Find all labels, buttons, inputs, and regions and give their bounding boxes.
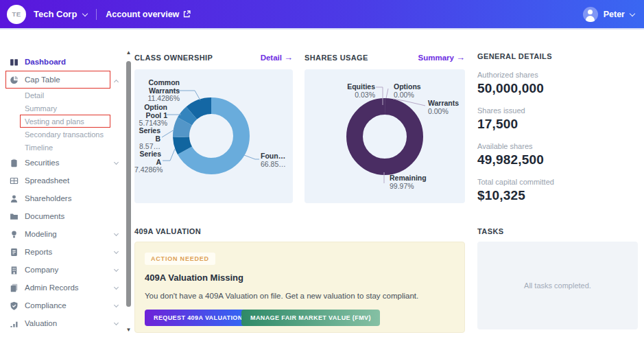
scroll-down-arrow-icon[interactable]: ▼: [126, 327, 132, 333]
chevron-down-icon: [115, 230, 118, 238]
field-value: 17,500: [477, 117, 638, 132]
shield-icon: [10, 301, 19, 310]
sidebar-item-label: Admin Records: [25, 283, 79, 292]
sidebar-item-label: Securities: [25, 159, 60, 167]
chevron-down-icon: [115, 248, 118, 256]
scroll-up-arrow-icon[interactable]: ▲: [126, 50, 132, 56]
detail-link-label: Detail: [261, 54, 282, 62]
pie-chart-icon: [10, 75, 19, 84]
donut-label-series-b: Series B 8.57…: [134, 127, 160, 151]
class-ownership-card: Common Warrants 11.4286% Option Pool 1 5…: [134, 69, 293, 203]
donut-label-options: Options 0.00%: [394, 83, 435, 99]
sidebar-item-modeling[interactable]: Modeling: [0, 225, 123, 243]
class-ownership-title: CLASS OWNERSHIP: [134, 54, 213, 62]
user-avatar[interactable]: [583, 7, 598, 22]
field-available-shares: Available shares 49,982,500: [477, 142, 638, 167]
tasks-header: TASKS: [477, 227, 638, 235]
sidebar-item-timeline[interactable]: Timeline: [0, 141, 123, 154]
sidebar-item-label: Shareholders: [25, 194, 71, 202]
arrow-right-icon: →: [284, 52, 293, 62]
sidebar-nav: DashboardCap TableDetailSummaryVesting a…: [0, 30, 123, 337]
shares-usage-card: Equities 0.03% Options 0.00% Warrants 0.…: [305, 69, 465, 203]
account-overview-link[interactable]: Account overview: [106, 10, 191, 19]
sidebar-item-label: Cap Table: [25, 75, 60, 84]
sidebar-item-label: Documents: [25, 212, 64, 220]
account-overview-label: Account overview: [106, 10, 179, 19]
sidebar-item-summary[interactable]: Summary: [0, 102, 123, 115]
company-name[interactable]: Tech Corp: [34, 9, 77, 19]
general-details-header: GENERAL DETAILS: [477, 52, 638, 60]
tasks-title: TASKS: [477, 227, 503, 235]
valuation-409a-card: ACTION NEEDED 409A Valuation Missing You…: [134, 242, 465, 333]
tasks-empty-message: All tasks completed.: [524, 281, 591, 290]
sidebar-item-label: Timeline: [25, 143, 53, 152]
chevron-down-icon: [115, 301, 118, 310]
field-label: Total capital committed: [477, 178, 638, 186]
sidebar-item-label: Summary: [25, 104, 57, 113]
field-authorized-shares: Authorized shares 50,000,000: [477, 71, 638, 96]
summary-link-label: Summary: [418, 54, 454, 62]
sidebar-item-valuation[interactable]: Valuation: [0, 314, 123, 332]
sidebar-item-dashboard[interactable]: Dashboard: [0, 53, 123, 71]
chevron-down-icon[interactable]: [82, 10, 88, 16]
donut-label-equities: Equities 0.03%: [318, 83, 375, 99]
donut-label-series-a: Series A 7.4286%: [134, 150, 161, 174]
sidebar-item-company[interactable]: Company: [0, 261, 123, 279]
sidebar-item-secondary-transactions[interactable]: Secondary transactions: [0, 128, 123, 141]
valuation-409a-title: 409A VALUATION: [134, 227, 201, 235]
sidebar-item-label: Dashboard: [25, 58, 66, 66]
chevron-up-icon: [115, 75, 118, 84]
donut-label-warrants: Warrants 0.00%: [428, 100, 469, 115]
chevron-down-icon[interactable]: [630, 10, 635, 16]
building-icon: [10, 266, 19, 275]
donut-label-founders: Foun… 66.85…: [261, 152, 291, 168]
sidebar-item-securities[interactable]: Securities: [0, 154, 123, 172]
sidebar-item-label: Secondary transactions: [25, 130, 104, 139]
top-navbar: TE Tech Corp Account overview Peter: [0, 0, 644, 30]
sidebar-item-reports[interactable]: Reports: [0, 243, 123, 261]
external-link-icon: [183, 10, 191, 18]
donut-label-remaining: Remaining 99.97%: [390, 174, 438, 190]
detail-link[interactable]: Detail →: [261, 52, 293, 62]
scrollbar-thumb[interactable]: [126, 61, 131, 307]
valuation-missing-heading: 409A Valuation Missing: [145, 272, 243, 283]
sidebar-item-documents[interactable]: Documents: [0, 207, 123, 225]
arrow-right-icon: →: [456, 52, 465, 62]
dashboard-icon: [10, 58, 19, 67]
field-label: Available shares: [477, 142, 638, 150]
sidebar-item-label: Company: [25, 266, 58, 274]
sidebar-item-label: Valuation: [25, 319, 57, 327]
chevron-down-icon: [115, 283, 118, 292]
sidebar-item-admin-records[interactable]: Admin Records: [0, 279, 123, 297]
sidebar-item-compliance[interactable]: Compliance: [0, 297, 123, 314]
sidebar-item-label: Vesting and plans: [25, 117, 84, 126]
sidebar-item-detail[interactable]: Detail: [0, 89, 123, 102]
chevron-down-icon: [115, 266, 118, 274]
sidebar-item-spreadsheet[interactable]: Spreadsheet: [0, 172, 123, 189]
chevron-down-icon: [115, 159, 118, 167]
field-value: $10,325: [477, 188, 638, 203]
field-label: Authorized shares: [477, 71, 638, 79]
field-label: Shares issued: [477, 106, 638, 115]
donut-label-common-warrants: Common Warrants 11.4286%: [137, 79, 180, 103]
user-name[interactable]: Peter: [604, 10, 625, 19]
request-409a-valuation-button[interactable]: REQUEST 409A VALUATION: [145, 310, 252, 326]
chevron-down-icon: [115, 319, 118, 327]
action-needed-badge: ACTION NEEDED: [145, 253, 215, 265]
company-logo[interactable]: TE: [7, 5, 26, 24]
app-root: TE Tech Corp Account overview Peter Dash…: [0, 0, 644, 337]
summary-link[interactable]: Summary →: [418, 52, 465, 62]
manage-fmv-button[interactable]: MANAGE FAIR MARKET VALUE (FMV): [241, 310, 380, 326]
field-value: 50,000,000: [477, 81, 638, 96]
clipboard-icon: [10, 159, 19, 167]
person-icon: [10, 194, 19, 203]
folder-icon: [10, 212, 19, 221]
sidebar-item-label: Modeling: [25, 230, 57, 238]
sidebar-item-shareholders[interactable]: Shareholders: [0, 189, 123, 207]
sidebar-item-vesting-and-plans[interactable]: Vesting and plans: [0, 115, 123, 128]
donut-label-option-pool-1: Option Pool 1 5.7143%: [137, 104, 167, 128]
records-icon: [10, 283, 19, 292]
sidebar-item-label: Reports: [25, 248, 52, 256]
sidebar-item-cap-table[interactable]: Cap Table: [0, 71, 123, 89]
sidebar-item-label: Compliance: [25, 301, 67, 310]
